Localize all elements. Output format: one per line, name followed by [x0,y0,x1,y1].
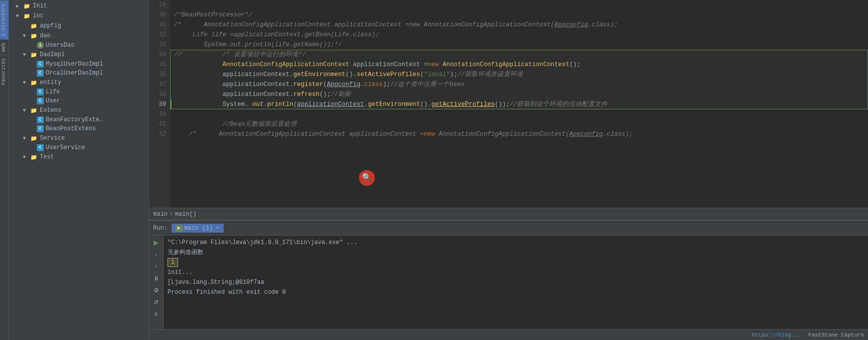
line-num-41: 41 [149,119,166,129]
tree-arrow-daoimpl: ▼ [23,52,30,58]
editor-area: 29 30 31 32 33 34 35 36 37 38 39 40 41 4… [149,0,868,208]
tree-arrow-loc: ▼ [16,13,23,19]
tree-item-appfig[interactable]: ▶ 📁 appfig [9,21,149,31]
status-url[interactable]: https://blog.... [752,332,804,338]
tree-item-test[interactable]: ▼ 📁 Test [9,152,149,162]
breadcrumb-arrow: › [170,211,173,218]
code-line-42: /* AnnotationConfigApplicationContext ap… [174,129,868,139]
run-output: "C:\Program Files\Java\jdk1.8.0_171\bin\… [164,236,868,329]
tree-item-life[interactable]: ▶ C Life [9,87,149,96]
tree-item-mysqluserdaoimpl[interactable]: ▶ C MysqlUserDaoImpl [9,60,149,69]
code-line-37: applicationContext.register(Appconfig.cl… [174,80,868,89]
tree-label-beanfactoryextens: BeanFactoryExte… [46,116,103,123]
tree-arrow-appfig: ▶ [23,23,30,29]
tree-arrow-orcaluserdaoimpl: ▶ [30,70,37,76]
tree-arrow-service: ▼ [23,136,30,141]
run-side-buttons: ▶ ↓ ↑ ⏸ ⚙ ↺ ≡ [149,236,164,329]
breadcrumb-method: main() [175,211,196,218]
code-line-39: System. out.println(applicationContext.g… [174,99,868,109]
tree-label-test: Test [40,154,54,161]
project-panel: ▶ 📁 Init ▼ 📁 loc ▶ 📁 appfig ▼ 📁 dao ▶ i … [9,0,149,340]
class-icon-beanpostextens: C [37,125,44,132]
tree-item-entity[interactable]: ▼ 📁 entity [9,78,149,87]
tree-item-service[interactable]: ▼ 📁 Service [9,133,149,143]
tree-item-usersdao[interactable]: ▶ i UsersDao [9,41,149,50]
tree-arrow-test: ▼ [23,155,30,160]
code-line-41: //Bean元数据前后置处理 [174,119,868,129]
line39-marker [170,99,172,109]
run-settings-button[interactable]: ⚙ [151,285,161,295]
run-rerun-button[interactable]: ↺ [151,297,161,307]
tree-item-dao[interactable]: ▼ 📁 dao [9,31,149,41]
code-line-30: /*BeanPostProcessor*/ [174,10,868,20]
folder-icon-entity: 📁 [30,79,38,86]
tree-arrow-dao: ▼ [23,33,30,39]
line-num-34: 34 [149,50,166,60]
run-toolbar: Run: ▶ main (1) × [149,221,868,236]
tree-label-entity: entity [40,79,61,86]
tree-arrow-beanfactoryextens: ▶ [30,117,37,123]
folder-icon-loc: 📁 [23,12,31,20]
run-tab[interactable]: ▶ main (1) × [172,224,224,233]
line-num-35: 35 [149,60,166,70]
code-line-36: applicationContext.getEnvironment().setA… [174,70,868,80]
tree-item-init[interactable]: ▶ 📁 Init [9,1,149,11]
line-num-29: 29 [149,0,166,10]
status-bar: https://blog.... FastStone Capture [149,329,868,340]
folder-icon-service: 📁 [30,134,38,142]
tree-arrow-init: ▶ [16,3,23,9]
run-play-button[interactable]: ▶ [151,238,161,248]
breadcrumb-main: main [153,211,168,218]
run-up-button[interactable]: ↑ [151,261,161,271]
code-content[interactable]: 🔍 /*BeanPostProcessor*/ /* AnnotationCon… [170,0,868,208]
run-tab-close[interactable]: × [216,225,219,232]
line-num-36: 36 [149,70,166,80]
tree-item-orcaluserdaoimpl[interactable]: ▶ C OrcalUserDaoImpl [9,69,149,78]
tree-label-appfig: appfig [40,22,61,29]
run-stop-button[interactable]: ⏸ [151,273,161,283]
run-panel: Run: ▶ main (1) × ▶ ↓ ↑ ⏸ ⚙ ↺ ≡ [149,220,868,329]
output-line-2: 无参构造函数 [168,248,864,257]
search-overlay-icon[interactable]: 🔍 [359,170,375,186]
tree-arrow-extens: ▼ [23,108,30,113]
run-label: Run: [153,225,168,232]
line-num-33: 33 [149,40,166,50]
tree-label-dao: dao [40,32,51,39]
tree-label-user: User [46,97,60,104]
left-sidebar-strip: Z-Structure Web Favorites [0,0,9,340]
tree-item-daoimpl[interactable]: ▼ 📁 DaoImpl [9,50,149,60]
favorites-tab-label[interactable]: Favorites [0,55,8,88]
code-line-29 [174,0,868,10]
tree-label-usersdao: UsersDao [46,42,75,49]
run-tab-label: main (1) [184,225,213,232]
output-line-1: "C:\Program Files\Java\jdk1.8.0_171\bin\… [168,238,864,248]
output-highlighted-value: 1 [168,258,178,267]
code-line-32: Life life =applicationContext.getBean(Li… [174,30,868,40]
run-down-button[interactable]: ↓ [151,250,161,259]
run-extra-button[interactable]: ≡ [151,309,161,319]
tree-item-userservice[interactable]: ▶ C UserService [9,143,149,152]
structure-tab-label[interactable]: Z-Structure [0,0,8,39]
tree-label-life: Life [46,88,60,95]
line-numbers: 29 30 31 32 33 34 35 36 37 38 39 40 41 4… [149,0,170,208]
web-tab-label[interactable]: Web [0,39,8,55]
line-num-40: 40 [149,109,166,119]
folder-icon-test: 📁 [30,153,38,161]
tree-item-user[interactable]: ▶ C User [9,96,149,105]
class-icon-life: C [37,88,44,95]
tree-item-extens[interactable]: ▼ 📁 Extens [9,105,149,115]
output-line-7: Process finished with exit code 0 [168,287,864,297]
class-icon-user: C [37,97,44,104]
tree-item-loc[interactable]: ▼ 📁 loc [9,11,149,21]
tree-arrow-mysqluserdaoimpl: ▶ [30,61,37,67]
line-num-42: 42 [149,129,166,139]
tree-arrow-beanpostextens: ▶ [30,126,37,132]
line-num-37: 37 [149,80,166,89]
tree-arrow-life: ▶ [30,89,37,95]
tree-label-init: Init [33,2,47,9]
tree-label-orcaluserdaoimpl: OrcalUserDaoImpl [46,70,103,77]
tree-label-extens: Extens [40,107,61,114]
spring-icon-usersdao: i [37,42,44,49]
tree-item-beanfactoryextens[interactable]: ▶ C BeanFactoryExte… [9,115,149,124]
tree-item-beanpostextens[interactable]: ▶ C BeanPostExtens [9,124,149,133]
